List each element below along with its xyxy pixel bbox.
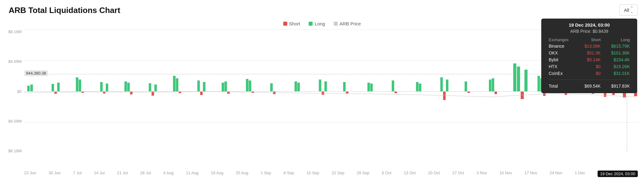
x-label-0: 23 Jun (24, 171, 36, 177)
table-row: HTX $0 $15.26K (546, 63, 632, 70)
y-axis: $8.18M $4.09M $0 $4.09M $8.18M (0, 29, 24, 153)
tooltip-total-row: Total $69.54K $917.83K (546, 83, 632, 89)
svg-rect-32 (297, 83, 300, 91)
long-value: $15.26K (603, 63, 632, 70)
svg-rect-14 (149, 83, 151, 91)
legend: Short Long ARB Price (283, 21, 361, 26)
exchange-name: CoinEx (546, 70, 577, 77)
tooltip: 19 Dec 2024, 03:00 ARB Price: $0.8439 Ex… (541, 19, 637, 93)
tooltip-price-label: ARB Price: (570, 29, 591, 34)
table-row: Binance $13.09K $615.79K (546, 43, 632, 50)
svg-rect-36 (343, 82, 346, 91)
svg-rect-56 (538, 76, 540, 91)
short-value: $13.09K (577, 43, 603, 50)
legend-long-label: Long (315, 21, 325, 26)
tooltip-table: Exchanges Short Long Binance $13.09K $61… (546, 37, 632, 89)
svg-rect-24 (224, 81, 227, 91)
legend-short: Short (283, 21, 300, 26)
svg-rect-55 (525, 70, 528, 91)
legend-price: ARB Price (334, 21, 361, 26)
total-short: $69.54K (577, 83, 603, 89)
svg-rect-22 (203, 82, 205, 91)
svg-rect-34 (322, 91, 324, 95)
x-label-20: 10 Nov (499, 171, 512, 177)
chart-title: ARB Total Liquidations Chart (9, 6, 120, 15)
tooltip-col-long: Long (603, 37, 632, 43)
short-value: $51.3K (577, 50, 603, 56)
table-row: CoinEx $0 $31.01K (546, 70, 632, 77)
x-label-13: 22 Sep (331, 171, 344, 177)
legend-long: Long (309, 21, 325, 26)
x-label-17: 20 Oct (428, 171, 440, 177)
tooltip-datetime: 19 Dec 2024, 03:00 (546, 22, 632, 28)
svg-rect-46 (446, 80, 448, 91)
hover-label: 944,380.38 (24, 70, 48, 76)
long-value: $31.01K (603, 70, 632, 77)
long-value: $101.38K (603, 50, 632, 56)
svg-rect-5 (76, 77, 78, 91)
x-axis: 23 Jun 30 Jun 7 Jul 14 Jul 21 Jul 28 Jul… (24, 171, 638, 177)
x-label-9: 25 Aug (236, 171, 249, 177)
svg-rect-2 (52, 84, 54, 91)
svg-rect-11 (124, 81, 127, 91)
svg-rect-37 (346, 91, 348, 93)
svg-rect-0 (27, 86, 30, 91)
svg-rect-27 (249, 80, 251, 91)
long-value: $615.79K (603, 43, 632, 50)
short-value: $5.14K (577, 56, 603, 63)
svg-rect-1 (30, 84, 33, 91)
x-label-19: 3 Nov (477, 171, 487, 177)
svg-rect-43 (419, 84, 421, 91)
svg-rect-49 (489, 80, 491, 91)
y-label-top2: $4.09M (0, 59, 24, 64)
svg-rect-6 (79, 80, 81, 91)
svg-rect-12 (127, 83, 130, 91)
long-value: $154.4K (603, 56, 632, 63)
chart-container: ARB Total Liquidations Chart All ⌃⌄ Shor… (0, 0, 644, 182)
svg-rect-18 (176, 78, 178, 91)
x-label-15: 6 Oct (382, 171, 391, 177)
tooltip-price-value: $0.8439 (593, 29, 608, 34)
x-label-16: 13 Oct (404, 171, 416, 177)
short-value: $0 (577, 63, 603, 70)
x-label-5: 28 Jul (140, 171, 151, 177)
svg-rect-31 (295, 81, 297, 91)
chevron-icon: ⌃⌄ (630, 6, 633, 14)
exchange-name: OKX (546, 50, 577, 56)
grid-line-3 (24, 122, 638, 123)
short-dot (283, 22, 287, 26)
legend-short-label: Short (289, 21, 300, 26)
svg-rect-26 (246, 79, 249, 91)
long-dot (309, 22, 313, 26)
table-row: Bybit $5.14K $154.4K (546, 56, 632, 63)
short-value: $0 (577, 70, 603, 77)
y-label-top1: $8.18M (0, 29, 24, 34)
price-dot (334, 22, 338, 26)
svg-rect-23 (222, 83, 224, 91)
svg-rect-35 (324, 81, 327, 91)
svg-rect-52 (513, 63, 516, 91)
svg-rect-47 (465, 81, 467, 91)
exchange-name: Bybit (546, 56, 577, 63)
x-label-8: 18 Aug (211, 171, 223, 177)
x-label-3: 14 Jul (94, 171, 105, 177)
table-row: OKX $51.3K $101.38K (546, 50, 632, 56)
x-label-1: 30 Jun (49, 171, 61, 177)
svg-rect-4 (57, 83, 60, 91)
svg-rect-10 (106, 84, 108, 91)
total-label: Total (546, 83, 577, 89)
x-label-14: 29 Sep (357, 171, 370, 177)
svg-rect-29 (270, 83, 273, 91)
svg-rect-44 (440, 77, 443, 91)
svg-rect-16 (154, 84, 157, 91)
svg-rect-40 (392, 80, 394, 91)
svg-rect-13 (130, 91, 132, 94)
tooltip-price-row: ARB Price: $0.8439 (546, 29, 632, 34)
svg-rect-51 (495, 91, 497, 94)
tooltip-col-exchange: Exchanges (546, 37, 577, 43)
total-long: $917.83K (603, 83, 632, 89)
x-label-21: 17 Nov (525, 171, 537, 177)
svg-rect-17 (173, 76, 175, 91)
x-label-12: 15 Sep (306, 171, 319, 177)
all-button[interactable]: All ⌃⌄ (619, 4, 638, 15)
